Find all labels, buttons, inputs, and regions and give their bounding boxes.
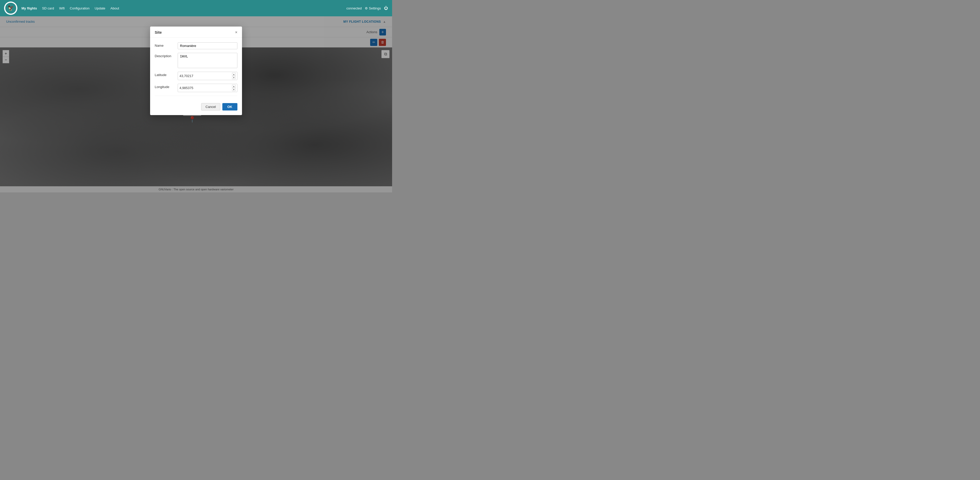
power-button[interactable]: ⏻ [384, 6, 388, 11]
site-modal: Site × Name Description IAVL Latitude [150, 27, 242, 115]
longitude-value: 4,985375 [180, 86, 193, 90]
modal-body: Name Description IAVL Latitude 43,70217 … [150, 38, 242, 103]
gear-icon: ⚙ [365, 6, 368, 10]
nav-my-flights[interactable]: My flights [21, 6, 37, 10]
navbar: 🦅 My flights SD card Wifi Configuration … [0, 0, 392, 16]
modal-overlay: Site × Name Description IAVL Latitude [0, 16, 392, 192]
longitude-label: Longitude [155, 84, 178, 89]
description-row: Description IAVL [155, 53, 237, 68]
logo: 🦅 [4, 2, 18, 15]
modal-footer: Cancel OK [150, 103, 242, 115]
latitude-up-button[interactable]: ▲ [232, 73, 235, 76]
nav-links: My flights SD card Wifi Configuration Up… [21, 6, 119, 10]
content-area: Unconfirmed tracks MY FLIGHT LOCATIONS ▲… [0, 16, 392, 192]
ok-button[interactable]: OK [222, 103, 238, 111]
longitude-down-button[interactable]: ▼ [232, 88, 235, 91]
modal-title: Site [155, 30, 162, 35]
modal-header: Site × [150, 27, 242, 38]
name-row: Name [155, 42, 237, 49]
nav-wifi[interactable]: Wifi [59, 6, 65, 10]
power-icon: ⏻ [384, 6, 388, 10]
nav-configuration[interactable]: Configuration [70, 6, 89, 10]
name-input[interactable] [178, 42, 237, 49]
cancel-button[interactable]: Cancel [201, 103, 220, 111]
description-input[interactable]: IAVL [178, 53, 237, 68]
settings-button[interactable]: ⚙ Settings [365, 6, 381, 10]
navbar-right: connected ⚙ Settings ⏻ [347, 6, 388, 11]
modal-close-button[interactable]: × [235, 30, 237, 35]
longitude-arrows: ▲ ▼ [232, 85, 235, 91]
svg-text:🦅: 🦅 [8, 5, 14, 11]
description-label: Description [155, 53, 178, 58]
latitude-spinner: 43,70217 ▲ ▼ [178, 72, 237, 80]
nav-update[interactable]: Update [95, 6, 105, 10]
latitude-label: Latitude [155, 72, 178, 77]
longitude-spinner: 4,985375 ▲ ▼ [178, 84, 237, 92]
nav-about[interactable]: About [111, 6, 119, 10]
connected-status: connected [347, 6, 362, 10]
latitude-value: 43,70217 [180, 74, 193, 78]
longitude-row: Longitude 4,985375 ▲ ▼ [155, 84, 237, 92]
latitude-row: Latitude 43,70217 ▲ ▼ [155, 72, 237, 80]
settings-label: Settings [369, 6, 381, 10]
name-label: Name [155, 42, 178, 48]
nav-sd-card[interactable]: SD card [42, 6, 54, 10]
latitude-down-button[interactable]: ▼ [232, 76, 235, 79]
latitude-arrows: ▲ ▼ [232, 73, 235, 79]
longitude-up-button[interactable]: ▲ [232, 85, 235, 88]
